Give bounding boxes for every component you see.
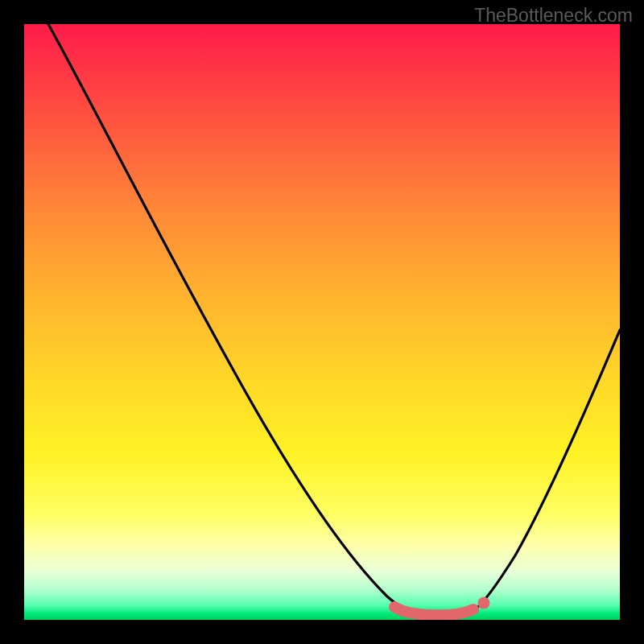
- chart-frame: [24, 24, 620, 620]
- bottleneck-optimal-range: [394, 607, 473, 615]
- bottleneck-optimal-marker: [478, 597, 490, 609]
- bottleneck-curve: [48, 24, 620, 615]
- chart-svg: [24, 24, 620, 620]
- watermark-text: TheBottleneck.com: [474, 5, 633, 27]
